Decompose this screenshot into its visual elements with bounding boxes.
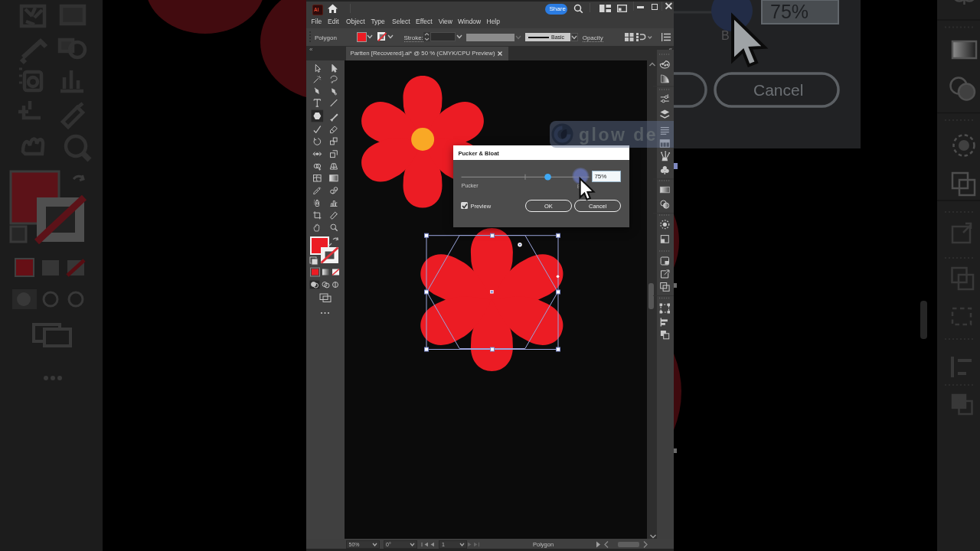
svg-text:B: B (721, 29, 730, 42)
svg-text:glow de: glow de (579, 125, 658, 145)
svg-text:75%: 75% (770, 1, 808, 22)
svg-text:Cancel: Cancel (753, 81, 803, 99)
